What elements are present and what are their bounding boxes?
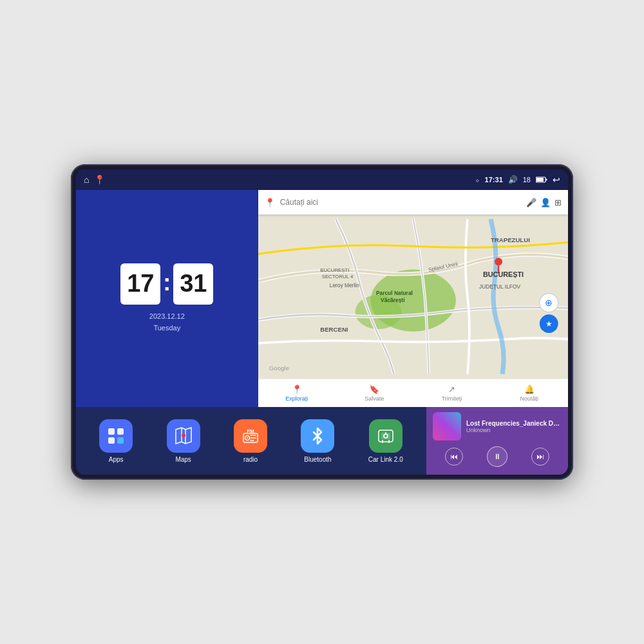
svg-point-33 [247, 437, 248, 439]
svg-rect-25 [108, 437, 115, 444]
date-text: 2023.12.12 [149, 311, 185, 323]
apps-icon [99, 419, 133, 453]
app-item-radio[interactable]: FM radio [234, 419, 267, 463]
clock-minutes: 31 [173, 263, 213, 305]
back-button[interactable]: ↩ [553, 175, 560, 185]
map-nav-news[interactable]: 🔔 Noutăți [491, 384, 568, 402]
status-bar: ⌂ 📍 ⬦ 17:31 🔊 18 [76, 169, 568, 190]
status-time: 17:31 [485, 176, 503, 184]
svg-rect-1 [536, 178, 544, 182]
map-search-icons: 🎤 👤 ⊞ [526, 198, 562, 207]
carlink-label: Car Link 2.0 [368, 456, 403, 463]
explore-label: Explorați [285, 395, 308, 402]
device-screen: ⌂ 📍 ⬦ 17:31 🔊 18 [76, 169, 568, 475]
apps-label: Apps [109, 456, 124, 463]
volume-icon[interactable]: 🔊 [508, 175, 518, 184]
svg-rect-26 [117, 437, 124, 444]
svg-text:Văcărești: Văcărești [381, 297, 404, 303]
map-roads-svg: ⊕ ★ TRAPEZULUI BUCUREȘTI JUDEȚUL ILFOV B… [258, 214, 568, 379]
share-label: Trimiteți [442, 395, 462, 402]
app-item-bluetooth[interactable]: Bluetooth [301, 419, 334, 463]
svg-text:BERCENI: BERCENI [320, 326, 348, 333]
clock-hours: 17 [120, 263, 160, 305]
svg-text:JUDEȚUL ILFOV: JUDEȚUL ILFOV [479, 283, 521, 290]
svg-text:BUCUREȘTI: BUCUREȘTI [483, 270, 524, 278]
clock-colon: : [163, 269, 171, 296]
play-pause-button[interactable]: ⏸ [487, 446, 507, 467]
map-nav-explore[interactable]: 📍 Explorați [258, 384, 336, 402]
music-info: Lost Frequencies_Janieck Devy-... Unknow… [466, 420, 562, 433]
prev-button[interactable]: ⏮ [445, 448, 463, 466]
bottom-panel: Apps Maps [76, 407, 568, 475]
svg-rect-24 [117, 428, 124, 435]
layers-icon[interactable]: ⊞ [554, 198, 562, 207]
map-search-placeholder[interactable]: Căutați aici [280, 198, 521, 207]
app-item-maps[interactable]: Maps [167, 419, 200, 463]
next-button[interactable]: ⏭ [531, 448, 549, 466]
status-bar-right: ⬦ 17:31 🔊 18 ↩ [475, 175, 560, 185]
svg-text:BUCUREȘTI: BUCUREȘTI [320, 267, 349, 273]
svg-text:TRAPEZULUI: TRAPEZULUI [491, 236, 530, 243]
clock-widget: 17 : 31 [120, 263, 213, 305]
svg-text:Google: Google [269, 365, 289, 372]
maps-icon [167, 419, 200, 453]
bluetooth-icon-wrap [301, 419, 334, 453]
home-icon[interactable]: ⌂ [84, 175, 89, 185]
status-bar-left: ⌂ 📍 [84, 175, 105, 185]
music-controls: ⏮ ⏸ ⏭ [433, 444, 562, 469]
battery-icon [536, 176, 547, 183]
share-icon: ↗ [448, 384, 455, 394]
signal-strength: 18 [523, 176, 531, 184]
svg-rect-2 [546, 179, 547, 181]
svg-point-6 [495, 258, 502, 265]
map-area[interactable]: ⊕ ★ TRAPEZULUI BUCUREȘTI JUDEȚUL ILFOV B… [258, 214, 568, 379]
car-display-device: ⌂ 📍 ⬦ 17:31 🔊 18 [71, 164, 573, 480]
svg-point-30 [182, 433, 185, 437]
account-icon[interactable]: 👤 [540, 198, 551, 207]
navigation-icon: ⬦ [475, 176, 480, 184]
svg-text:★: ★ [545, 319, 552, 328]
map-pin-icon[interactable]: 📍 [94, 175, 105, 185]
music-artist: Unknown [466, 427, 562, 433]
explore-icon: 📍 [292, 384, 302, 394]
svg-text:⊕: ⊕ [545, 298, 553, 308]
voice-search-icon[interactable]: 🎤 [526, 198, 536, 207]
date-info: 2023.12.12 Tuesday [149, 311, 185, 334]
map-nav-saved[interactable]: 🔖 Salvate [336, 384, 413, 402]
svg-rect-23 [108, 428, 115, 435]
app-item-carlink[interactable]: Car Link 2.0 [368, 419, 403, 463]
right-panel-map: 📍 Căutați aici 🎤 👤 ⊞ [258, 190, 568, 407]
app-item-apps[interactable]: Apps [99, 419, 133, 463]
main-content: 17 : 31 2023.12.12 Tuesday 📍 Căutați aic… [76, 190, 568, 407]
news-label: Noutăți [520, 395, 539, 402]
bluetooth-label: Bluetooth [304, 456, 331, 463]
svg-text:Parcul Natural: Parcul Natural [376, 290, 413, 296]
map-background: ⊕ ★ TRAPEZULUI BUCUREȘTI JUDEȚUL ILFOV B… [258, 214, 568, 379]
maps-label: Maps [175, 456, 191, 463]
svg-text:FM: FM [247, 428, 254, 434]
svg-text:Leroy Merlin: Leroy Merlin [329, 282, 359, 289]
saved-icon: 🔖 [369, 384, 379, 394]
news-icon: 🔔 [524, 384, 535, 394]
map-search-pin-icon: 📍 [265, 198, 275, 207]
map-bottom-bar: 📍 Explorați 🔖 Salvate ↗ Trimiteți 🔔 Nout… [258, 379, 568, 407]
carlink-icon [369, 419, 402, 453]
day-text: Tuesday [149, 323, 185, 334]
saved-label: Salvate [365, 395, 384, 402]
radio-icon: FM [234, 419, 267, 453]
apps-row: Apps Maps [76, 407, 426, 475]
music-player: Lost Frequencies_Janieck Devy-... Unknow… [426, 407, 568, 475]
svg-text:SECTORUL 4: SECTORUL 4 [321, 274, 353, 279]
radio-label: radio [243, 456, 258, 463]
music-top: Lost Frequencies_Janieck Devy-... Unknow… [433, 412, 562, 440]
map-nav-share[interactable]: ↗ Trimiteți [413, 384, 490, 402]
album-art [433, 412, 461, 440]
left-panel-clock: 17 : 31 2023.12.12 Tuesday [76, 190, 258, 407]
music-title: Lost Frequencies_Janieck Devy-... [466, 420, 562, 427]
map-search-bar: 📍 Căutați aici 🎤 👤 ⊞ [258, 190, 568, 214]
